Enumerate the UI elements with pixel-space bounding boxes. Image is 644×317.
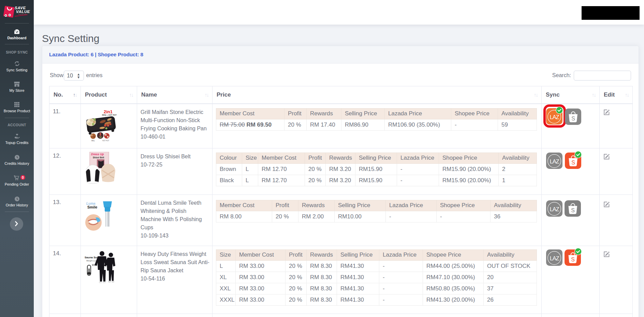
svg-text:Weight Loss: Weight Loss <box>86 260 98 262</box>
svg-text:VALUE: VALUE <box>16 10 30 14</box>
svg-text:HOT POT: HOT POT <box>102 140 109 142</box>
svg-text:Sauna Suit: Sauna Suit <box>85 256 99 259</box>
svg-text:LAZ: LAZ <box>550 158 559 164</box>
svg-text:S: S <box>571 115 575 121</box>
svg-text:Shisei Belt: Shisei Belt <box>93 156 104 159</box>
svg-text:LAZ: LAZ <box>550 255 559 261</box>
svg-text:S: S <box>571 207 575 213</box>
svg-text:LAZ: LAZ <box>550 206 559 212</box>
svg-text:S: S <box>571 256 575 262</box>
svg-text:S: S <box>571 159 575 165</box>
svg-text:LAZ: LAZ <box>550 114 559 120</box>
svg-text:Smile: Smile <box>87 205 97 209</box>
svg-text:BBQ + HOT POT: BBQ + HOT POT <box>102 114 117 116</box>
svg-text:BBQ: BBQ <box>91 140 95 142</box>
svg-text:Dress Up: Dress Up <box>91 153 104 156</box>
